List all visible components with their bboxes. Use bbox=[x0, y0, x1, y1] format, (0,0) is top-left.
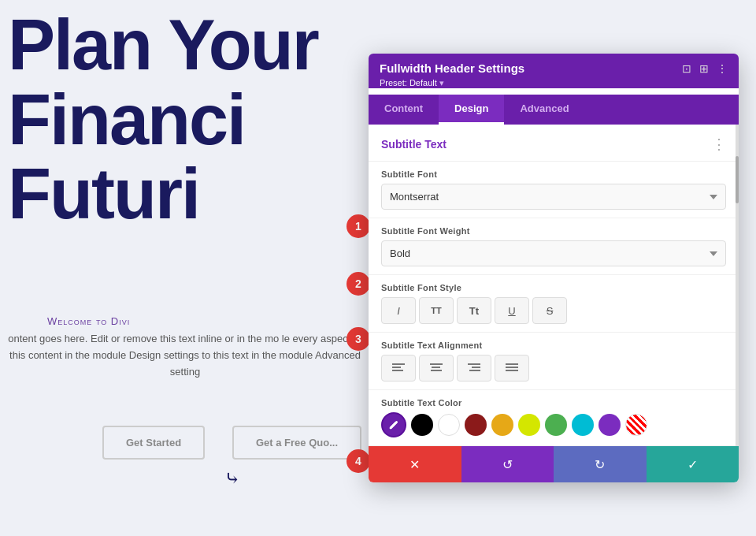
align-left-button[interactable] bbox=[381, 355, 416, 382]
subtitle-font-style-label: Subtitle Font Style bbox=[381, 283, 726, 292]
svg-rect-6 bbox=[468, 363, 480, 365]
subtitle-font-weight-row: Subtitle Font Weight Thin Light Regular … bbox=[369, 218, 739, 275]
scroll-thumb bbox=[736, 156, 739, 203]
color-swatches bbox=[381, 412, 726, 437]
undo-button[interactable]: ↺ bbox=[461, 446, 554, 482]
step-badge-4: 4 bbox=[346, 449, 370, 473]
svg-rect-7 bbox=[472, 367, 480, 368]
subtitle-font-select[interactable]: Montserrat Open Sans Roboto Lato bbox=[381, 184, 726, 210]
svg-rect-2 bbox=[392, 370, 403, 371]
redo-button[interactable]: ↻ bbox=[554, 446, 647, 482]
style-underline-button[interactable]: U bbox=[495, 297, 529, 324]
color-darkred-swatch[interactable] bbox=[465, 414, 487, 436]
scrollbar[interactable] bbox=[736, 125, 739, 446]
step-badge-1: 1 bbox=[346, 214, 370, 238]
align-right-button[interactable] bbox=[457, 355, 491, 382]
svg-rect-11 bbox=[506, 370, 518, 371]
subtitle-text-alignment-row: Subtitle Text Alignment bbox=[369, 333, 739, 390]
color-black-swatch[interactable] bbox=[411, 414, 433, 436]
hero-line2: Financi bbox=[8, 83, 318, 158]
get-started-button[interactable]: Get Started bbox=[102, 426, 205, 460]
svg-rect-3 bbox=[430, 363, 443, 365]
section-header: Subtitle Text ⋮ bbox=[369, 125, 739, 162]
svg-rect-4 bbox=[432, 367, 440, 368]
svg-rect-5 bbox=[431, 370, 442, 371]
panel-header: Fullwidth Header Settings ⊡ ⊞ ⋮ Preset: … bbox=[369, 54, 739, 88]
panel-body: Subtitle Text ⋮ Subtitle Font Montserrat… bbox=[369, 125, 739, 446]
style-uppercase-small-button[interactable]: TT bbox=[419, 297, 454, 324]
style-strikethrough-button[interactable]: S bbox=[532, 297, 567, 324]
svg-rect-0 bbox=[392, 363, 405, 365]
align-justify-button[interactable] bbox=[495, 355, 529, 382]
settings-panel: Fullwidth Header Settings ⊡ ⊞ ⋮ Preset: … bbox=[369, 54, 739, 482]
expand-icon[interactable]: ⊡ bbox=[682, 62, 691, 75]
save-button[interactable]: ✓ bbox=[647, 446, 739, 482]
hero-body-text: ontent goes here. Edit or remove this te… bbox=[8, 331, 362, 380]
subtitle-font-label: Subtitle Font bbox=[381, 169, 726, 179]
svg-rect-8 bbox=[469, 370, 480, 371]
panel-title: Fullwidth Header Settings bbox=[380, 61, 524, 75]
subtitle-font-weight-label: Subtitle Font Weight bbox=[381, 226, 726, 236]
subtitle-font-style-row: Subtitle Font Style I TT Tt U S bbox=[369, 275, 739, 333]
cancel-button[interactable]: ✕ bbox=[369, 446, 461, 482]
subtitle-text-color-label: Subtitle Text Color bbox=[381, 398, 726, 408]
section-more-icon[interactable]: ⋮ bbox=[712, 136, 726, 153]
preset-text[interactable]: Preset: Default ▾ bbox=[380, 78, 728, 88]
section-title: Subtitle Text bbox=[381, 138, 447, 151]
tab-content[interactable]: Content bbox=[369, 95, 439, 125]
panel-tabs: Content Design Advanced bbox=[369, 95, 739, 125]
color-green-swatch[interactable] bbox=[545, 414, 567, 436]
style-italic-button[interactable]: I bbox=[381, 297, 416, 324]
style-buttons: I TT Tt U S bbox=[381, 297, 726, 324]
align-buttons bbox=[381, 355, 726, 382]
scroll-chevron: ⤷ bbox=[224, 469, 240, 488]
svg-rect-1 bbox=[392, 367, 401, 368]
tab-advanced[interactable]: Advanced bbox=[504, 95, 584, 125]
color-white-swatch[interactable] bbox=[438, 414, 460, 436]
hero-line1: Plan Your bbox=[8, 8, 318, 83]
columns-icon[interactable]: ⊞ bbox=[699, 62, 709, 75]
welcome-text: Welcome to Divi bbox=[47, 315, 130, 327]
style-uppercase-button[interactable]: Tt bbox=[457, 297, 491, 324]
svg-rect-10 bbox=[506, 367, 518, 368]
step-badge-2: 2 bbox=[346, 272, 370, 296]
hero-line3: Futuri bbox=[8, 157, 318, 232]
subtitle-text-alignment-label: Subtitle Text Alignment bbox=[381, 341, 726, 350]
color-picker-button[interactable] bbox=[381, 412, 406, 437]
panel-header-icons: ⊡ ⊞ ⋮ bbox=[682, 62, 728, 75]
align-center-button[interactable] bbox=[419, 355, 454, 382]
color-striped-swatch[interactable] bbox=[625, 414, 647, 436]
more-icon[interactable]: ⋮ bbox=[717, 62, 728, 75]
color-yellow-swatch[interactable] bbox=[518, 414, 540, 436]
hero-heading: Plan Your Financi Futuri bbox=[8, 8, 318, 232]
color-orange-swatch[interactable] bbox=[491, 414, 513, 436]
subtitle-font-weight-select[interactable]: Thin Light Regular Bold Extra Bold bbox=[381, 240, 726, 266]
subtitle-text-color-row: Subtitle Text Color bbox=[369, 390, 739, 446]
tab-design[interactable]: Design bbox=[439, 95, 504, 125]
subtitle-font-row: Subtitle Font Montserrat Open Sans Robot… bbox=[369, 162, 739, 218]
action-bar: ✕ ↺ ↻ ✓ bbox=[369, 446, 739, 482]
svg-point-12 bbox=[395, 421, 398, 423]
step-badge-3: 3 bbox=[346, 327, 370, 351]
color-teal-swatch[interactable] bbox=[572, 414, 594, 436]
panel-header-top: Fullwidth Header Settings ⊡ ⊞ ⋮ bbox=[380, 61, 728, 75]
svg-rect-9 bbox=[506, 363, 518, 365]
color-purple-swatch[interactable] bbox=[598, 414, 621, 436]
free-quote-button[interactable]: Get a Free Quo... bbox=[232, 426, 361, 460]
